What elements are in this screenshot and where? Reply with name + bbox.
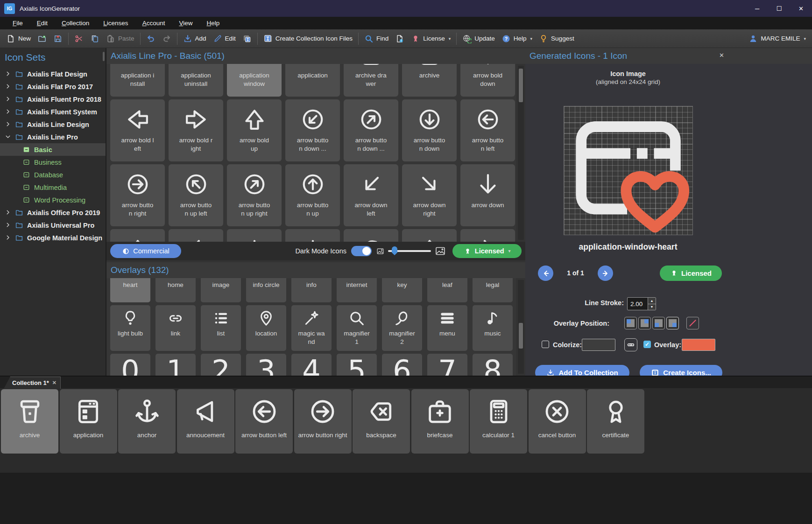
add-button[interactable]: Add	[180, 31, 210, 46]
overlay-tile-heart[interactable]: heart	[110, 278, 150, 302]
icon-set-axialis-office-pro-2019[interactable]: Axialis Office Pro 2019	[0, 206, 106, 219]
line-stroke-spinner[interactable]: 2.00 ▲▼	[627, 297, 656, 310]
overlay-swatch[interactable]	[682, 339, 715, 351]
overlay-tile-key[interactable]: key	[382, 278, 422, 302]
redo-button[interactable]	[159, 31, 175, 46]
chevron-right-icon[interactable]	[5, 83, 12, 91]
icon-tile-arrow-bold-left[interactable]: arrow bold left	[110, 99, 165, 161]
icon-subset-multimedia[interactable]: Multimedia	[0, 181, 106, 194]
overlay-tile-home[interactable]: home	[155, 278, 196, 302]
collection-tile-briefcase[interactable]: briefcase	[411, 389, 469, 454]
close-panel-icon[interactable]: ✕	[719, 52, 724, 59]
menu-edit[interactable]: Edit	[30, 20, 55, 27]
chevron-right-icon[interactable]	[5, 222, 12, 229]
help-button[interactable]: ?Help▾	[498, 31, 536, 46]
icon-tile-arrow-bold-up[interactable]: arrow bold up	[227, 99, 282, 161]
icon-tile-arrow-bold-right[interactable]: arrow bold right	[169, 99, 223, 161]
menu-file[interactable]: File	[6, 20, 30, 27]
icon-set-axialis-flat-pro-2017[interactable]: Axialis Flat Pro 2017	[0, 80, 106, 93]
icon-set-axialis-fluent-system[interactable]: Axialis Fluent System	[0, 105, 106, 118]
icon-tile-partial[interactable]	[460, 229, 515, 242]
icon-tile-archive-drawer[interactable]: archive drawer	[344, 64, 398, 97]
icon-tile-application[interactable]: application	[285, 64, 340, 97]
icon-tile-arrow-button-down-[interactable]: arrow button down ...	[285, 99, 340, 161]
chevron-right-icon[interactable]	[5, 121, 12, 128]
overlay-position-top-left-button[interactable]	[624, 317, 637, 329]
collection-tab[interactable]: Collection 1* ✕	[4, 377, 61, 389]
icon-subset-business[interactable]: Business	[0, 156, 106, 168]
collection-tile-archive[interactable]: archive	[1, 389, 58, 454]
icon-tile-partial[interactable]	[285, 229, 340, 242]
icon-tile-application-install[interactable]: application install	[110, 64, 165, 97]
create-collection-button[interactable]: Create Collection Icon Files	[260, 31, 356, 46]
copy-button[interactable]	[87, 31, 103, 46]
overlay-tile-info-circle[interactable]: info circle	[246, 278, 286, 302]
overlay-tile-digit-1[interactable]: 1	[155, 354, 196, 376]
overlay-tile-menu[interactable]: menu	[427, 305, 467, 351]
collection-tile-backspace[interactable]: backspace	[353, 389, 410, 454]
collection-tile-cancel-button[interactable]: cancel button	[529, 389, 586, 454]
suggest-button[interactable]: Suggest	[536, 31, 578, 46]
overlay-tile-magnifier-1[interactable]: magnifier 1	[337, 305, 377, 351]
overlay-tile-digit-0[interactable]: 0	[110, 354, 150, 376]
collection-tile-application[interactable]: application	[60, 389, 117, 454]
colorize-swatch[interactable]	[582, 339, 615, 351]
overlay-position-bottom-left-button[interactable]	[652, 317, 665, 329]
icon-tile-arrow-button-up[interactable]: arrow button up	[285, 164, 340, 226]
icon-set-axialis-line-pro[interactable]: Axialis Line Pro	[0, 131, 106, 143]
icon-tile-application-uninstall[interactable]: application uninstall	[169, 64, 223, 97]
save-button[interactable]	[50, 31, 66, 46]
icon-tile-arrow-down-left[interactable]: arrow down left	[344, 164, 398, 226]
update-button[interactable]: Update	[459, 31, 498, 46]
spin-down-icon[interactable]: ▼	[648, 304, 656, 310]
menu-account[interactable]: Account	[135, 20, 172, 27]
icon-subset-word-processing[interactable]: Word Processing	[0, 194, 106, 206]
chevron-right-icon[interactable]	[5, 96, 12, 103]
overlay-tile-digit-2[interactable]: 2	[201, 354, 241, 376]
icon-tile-arrow-button-left[interactable]: arrow button left	[460, 99, 515, 161]
commercial-button[interactable]: Commercial	[110, 244, 181, 258]
link-colors-button[interactable]	[624, 338, 637, 351]
licensed-filter-button[interactable]: Licensed ▾	[452, 244, 522, 258]
icon-tile-application-window[interactable]: application window	[227, 64, 282, 97]
icon-set-axialis-universal-pro[interactable]: Axialis Universal Pro	[0, 219, 106, 231]
collection-tile-arrow-button-left[interactable]: arrow button left	[235, 389, 293, 454]
new-button[interactable]: New	[3, 31, 34, 46]
overlay-tile-magnifier-2[interactable]: magnifier 2	[382, 305, 422, 351]
licensed-badge-button[interactable]: Licensed	[660, 265, 722, 281]
sidebar-scrollbar[interactable]	[103, 52, 105, 61]
menu-licenses[interactable]: Licenses	[96, 20, 135, 27]
overlays-scrollbar[interactable]	[518, 280, 524, 374]
chevron-right-icon[interactable]	[5, 70, 12, 78]
collection-tile-arrow-button-right[interactable]: arrow button right	[294, 389, 352, 454]
overlay-tile-digit-8[interactable]: 8	[473, 354, 513, 376]
overlay-tile-legal[interactable]: legal	[473, 278, 513, 302]
overlay-position-top-right-button[interactable]	[638, 317, 651, 329]
dark-mode-toggle[interactable]	[351, 246, 372, 256]
icon-subset-database[interactable]: Database	[0, 168, 106, 181]
line-stroke-value[interactable]: 2.00	[628, 298, 648, 310]
next-icon-button[interactable]	[598, 265, 613, 281]
overlay-tile-leaf[interactable]: leaf	[427, 278, 467, 302]
menu-view[interactable]: View	[172, 20, 199, 27]
overlay-tile-internet[interactable]: internet	[337, 278, 377, 302]
open-button[interactable]	[34, 31, 50, 46]
icon-tile-arrow-button-up-left[interactable]: arrow button up left	[169, 164, 223, 226]
chevron-down-icon[interactable]: ▾	[508, 249, 511, 253]
icon-set-axialis-line-design[interactable]: Axialis Line Design	[0, 118, 106, 131]
icon-tile-partial[interactable]	[402, 229, 457, 242]
overlay-slash-button[interactable]	[686, 317, 699, 329]
undo-button[interactable]	[143, 31, 159, 46]
paste-button[interactable]: Paste	[103, 31, 138, 46]
chevron-down-icon[interactable]: ▾	[449, 36, 451, 41]
chevron-right-icon[interactable]	[5, 234, 12, 242]
icon-tile-arrow-bold-down[interactable]: arrow bold down	[460, 64, 515, 97]
chevron-down-icon[interactable]	[5, 133, 12, 141]
chevron-down-icon[interactable]: ▾	[804, 36, 806, 41]
spin-up-icon[interactable]: ▲	[648, 298, 656, 304]
chevron-down-icon[interactable]: ▾	[530, 36, 533, 41]
icon-set-axialis-fluent-pro-2018[interactable]: Axialis Fluent Pro 2018	[0, 93, 106, 105]
icon-tile-arrow-down[interactable]: arrow down	[460, 164, 515, 226]
cut-button[interactable]	[71, 31, 87, 46]
overlay-tile-digit-4[interactable]: 4	[291, 354, 332, 376]
